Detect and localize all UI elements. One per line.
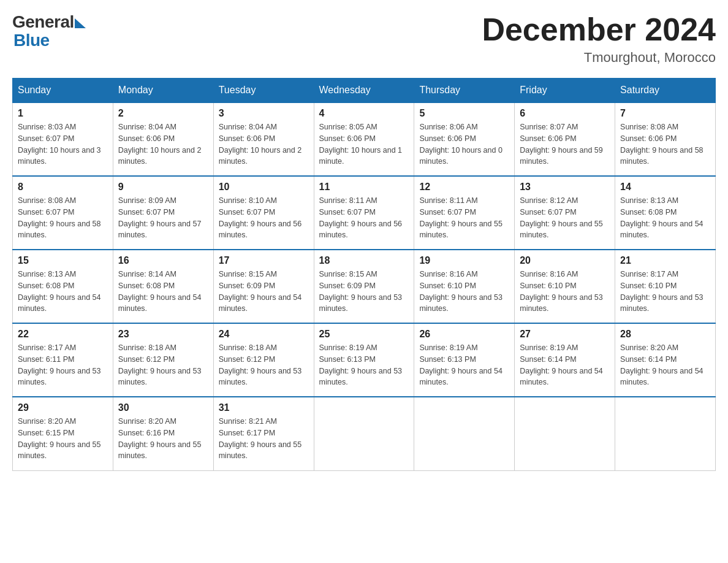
- day-info: Sunrise: 8:15 AM Sunset: 6:09 PM Dayligh…: [219, 269, 309, 315]
- day-number: 21: [620, 255, 710, 266]
- day-number: 29: [18, 402, 108, 413]
- day-info: Sunrise: 8:08 AM Sunset: 6:07 PM Dayligh…: [18, 195, 108, 241]
- col-monday: Monday: [113, 79, 213, 103]
- day-number: 5: [419, 108, 509, 119]
- col-thursday: Thursday: [414, 79, 515, 103]
- day-number: 17: [219, 255, 309, 266]
- calendar-week-row: 22 Sunrise: 8:17 AM Sunset: 6:11 PM Dayl…: [13, 323, 716, 397]
- day-info: Sunrise: 8:13 AM Sunset: 6:08 PM Dayligh…: [620, 195, 710, 241]
- table-row: 14 Sunrise: 8:13 AM Sunset: 6:08 PM Dayl…: [615, 176, 716, 250]
- day-info: Sunrise: 8:17 AM Sunset: 6:10 PM Dayligh…: [620, 269, 710, 315]
- day-info: Sunrise: 8:06 AM Sunset: 6:06 PM Dayligh…: [419, 121, 509, 167]
- day-info: Sunrise: 8:17 AM Sunset: 6:11 PM Dayligh…: [18, 342, 108, 388]
- table-row: 27 Sunrise: 8:19 AM Sunset: 6:14 PM Dayl…: [515, 323, 615, 397]
- day-info: Sunrise: 8:07 AM Sunset: 6:06 PM Dayligh…: [520, 121, 610, 167]
- table-row: [515, 397, 615, 470]
- day-info: Sunrise: 8:04 AM Sunset: 6:06 PM Dayligh…: [219, 121, 309, 167]
- table-row: 1 Sunrise: 8:03 AM Sunset: 6:07 PM Dayli…: [13, 102, 113, 176]
- day-info: Sunrise: 8:11 AM Sunset: 6:07 PM Dayligh…: [319, 195, 409, 241]
- table-row: 7 Sunrise: 8:08 AM Sunset: 6:06 PM Dayli…: [615, 102, 716, 176]
- table-row: 22 Sunrise: 8:17 AM Sunset: 6:11 PM Dayl…: [13, 323, 113, 397]
- day-number: 7: [620, 108, 710, 119]
- calendar-week-row: 8 Sunrise: 8:08 AM Sunset: 6:07 PM Dayli…: [13, 176, 716, 250]
- day-number: 16: [118, 255, 208, 266]
- table-row: 15 Sunrise: 8:13 AM Sunset: 6:08 PM Dayl…: [13, 250, 113, 323]
- day-info: Sunrise: 8:11 AM Sunset: 6:07 PM Dayligh…: [419, 195, 509, 241]
- day-number: 6: [520, 108, 610, 119]
- day-number: 14: [620, 182, 710, 193]
- day-info: Sunrise: 8:12 AM Sunset: 6:07 PM Dayligh…: [520, 195, 610, 241]
- day-info: Sunrise: 8:10 AM Sunset: 6:07 PM Dayligh…: [219, 195, 309, 241]
- day-info: Sunrise: 8:13 AM Sunset: 6:08 PM Dayligh…: [18, 269, 108, 315]
- col-friday: Friday: [515, 79, 615, 103]
- table-row: [615, 397, 716, 470]
- table-row: 26 Sunrise: 8:19 AM Sunset: 6:13 PM Dayl…: [414, 323, 515, 397]
- table-row: 25 Sunrise: 8:19 AM Sunset: 6:13 PM Dayl…: [314, 323, 414, 397]
- day-info: Sunrise: 8:20 AM Sunset: 6:14 PM Dayligh…: [620, 342, 710, 388]
- day-info: Sunrise: 8:04 AM Sunset: 6:06 PM Dayligh…: [118, 121, 208, 167]
- day-info: Sunrise: 8:18 AM Sunset: 6:12 PM Dayligh…: [219, 342, 309, 388]
- day-number: 22: [18, 329, 108, 340]
- day-info: Sunrise: 8:15 AM Sunset: 6:09 PM Dayligh…: [319, 269, 409, 315]
- table-row: 28 Sunrise: 8:20 AM Sunset: 6:14 PM Dayl…: [615, 323, 716, 397]
- day-number: 25: [319, 329, 409, 340]
- day-info: Sunrise: 8:05 AM Sunset: 6:06 PM Dayligh…: [319, 121, 409, 167]
- logo-triangle-icon: [75, 18, 86, 28]
- day-info: Sunrise: 8:03 AM Sunset: 6:07 PM Dayligh…: [18, 121, 108, 167]
- logo-blue: Blue: [13, 31, 50, 50]
- day-number: 30: [118, 402, 208, 413]
- day-number: 19: [419, 255, 509, 266]
- table-row: 4 Sunrise: 8:05 AM Sunset: 6:06 PM Dayli…: [314, 102, 414, 176]
- day-info: Sunrise: 8:14 AM Sunset: 6:08 PM Dayligh…: [118, 269, 208, 315]
- day-info: Sunrise: 8:16 AM Sunset: 6:10 PM Dayligh…: [520, 269, 610, 315]
- table-row: 16 Sunrise: 8:14 AM Sunset: 6:08 PM Dayl…: [113, 250, 213, 323]
- table-row: 12 Sunrise: 8:11 AM Sunset: 6:07 PM Dayl…: [414, 176, 515, 250]
- table-row: 31 Sunrise: 8:21 AM Sunset: 6:17 PM Dayl…: [213, 397, 314, 470]
- table-row: 9 Sunrise: 8:09 AM Sunset: 6:07 PM Dayli…: [113, 176, 213, 250]
- col-sunday: Sunday: [13, 79, 113, 103]
- table-row: 30 Sunrise: 8:20 AM Sunset: 6:16 PM Dayl…: [113, 397, 213, 470]
- day-number: 1: [18, 108, 108, 119]
- day-info: Sunrise: 8:16 AM Sunset: 6:10 PM Dayligh…: [419, 269, 509, 315]
- calendar-week-row: 29 Sunrise: 8:20 AM Sunset: 6:15 PM Dayl…: [13, 397, 716, 470]
- table-row: 11 Sunrise: 8:11 AM Sunset: 6:07 PM Dayl…: [314, 176, 414, 250]
- day-number: 15: [18, 255, 108, 266]
- day-number: 23: [118, 329, 208, 340]
- day-number: 8: [18, 182, 108, 193]
- day-number: 4: [319, 108, 409, 119]
- page-header: General Blue December 2024 Tmourghout, M…: [12, 12, 716, 66]
- title-area: December 2024 Tmourghout, Morocco: [482, 12, 716, 66]
- logo-general: General: [12, 12, 74, 32]
- day-info: Sunrise: 8:19 AM Sunset: 6:14 PM Dayligh…: [520, 342, 610, 388]
- calendar-table: Sunday Monday Tuesday Wednesday Thursday…: [12, 78, 716, 471]
- day-number: 12: [419, 182, 509, 193]
- table-row: 21 Sunrise: 8:17 AM Sunset: 6:10 PM Dayl…: [615, 250, 716, 323]
- col-wednesday: Wednesday: [314, 79, 414, 103]
- location: Tmourghout, Morocco: [482, 50, 716, 66]
- day-info: Sunrise: 8:19 AM Sunset: 6:13 PM Dayligh…: [319, 342, 409, 388]
- table-row: 29 Sunrise: 8:20 AM Sunset: 6:15 PM Dayl…: [13, 397, 113, 470]
- col-saturday: Saturday: [615, 79, 716, 103]
- col-tuesday: Tuesday: [213, 79, 314, 103]
- table-row: 5 Sunrise: 8:06 AM Sunset: 6:06 PM Dayli…: [414, 102, 515, 176]
- calendar-week-row: 1 Sunrise: 8:03 AM Sunset: 6:07 PM Dayli…: [13, 102, 716, 176]
- day-number: 31: [219, 402, 309, 413]
- table-row: [314, 397, 414, 470]
- logo: General Blue: [12, 12, 86, 50]
- day-number: 27: [520, 329, 610, 340]
- day-info: Sunrise: 8:20 AM Sunset: 6:16 PM Dayligh…: [118, 416, 208, 462]
- day-number: 13: [520, 182, 610, 193]
- table-row: 13 Sunrise: 8:12 AM Sunset: 6:07 PM Dayl…: [515, 176, 615, 250]
- table-row: 8 Sunrise: 8:08 AM Sunset: 6:07 PM Dayli…: [13, 176, 113, 250]
- table-row: 24 Sunrise: 8:18 AM Sunset: 6:12 PM Dayl…: [213, 323, 314, 397]
- table-row: 3 Sunrise: 8:04 AM Sunset: 6:06 PM Dayli…: [213, 102, 314, 176]
- day-number: 3: [219, 108, 309, 119]
- table-row: 18 Sunrise: 8:15 AM Sunset: 6:09 PM Dayl…: [314, 250, 414, 323]
- table-row: 2 Sunrise: 8:04 AM Sunset: 6:06 PM Dayli…: [113, 102, 213, 176]
- day-info: Sunrise: 8:20 AM Sunset: 6:15 PM Dayligh…: [18, 416, 108, 462]
- day-info: Sunrise: 8:19 AM Sunset: 6:13 PM Dayligh…: [419, 342, 509, 388]
- table-row: 10 Sunrise: 8:10 AM Sunset: 6:07 PM Dayl…: [213, 176, 314, 250]
- table-row: 20 Sunrise: 8:16 AM Sunset: 6:10 PM Dayl…: [515, 250, 615, 323]
- day-number: 24: [219, 329, 309, 340]
- day-number: 20: [520, 255, 610, 266]
